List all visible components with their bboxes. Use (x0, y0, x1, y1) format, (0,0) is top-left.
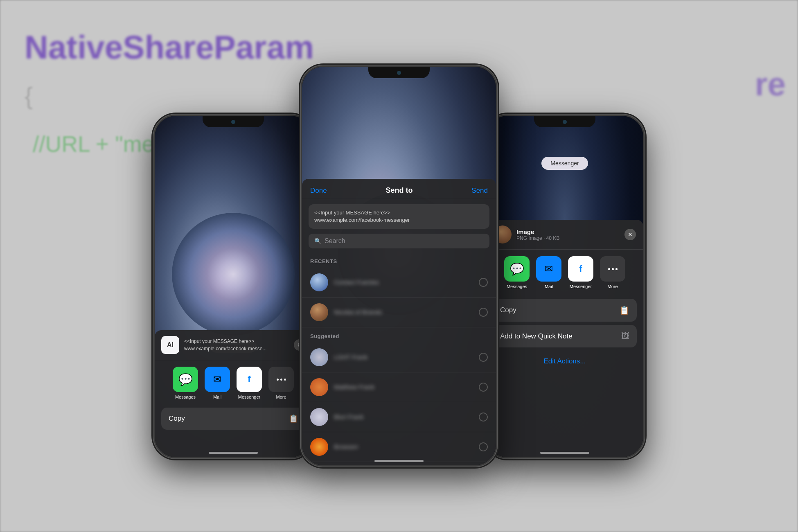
copy-icon-right: 📋 (619, 305, 629, 315)
messenger-icon-left: f (237, 367, 262, 392)
quick-note-action-right[interactable]: Add to New Quick Note 🖼 (493, 325, 637, 347)
dots-right (608, 268, 618, 270)
contact-recent-1[interactable]: Contact Fuentes (302, 268, 496, 298)
image-subtitle-right: PNG Image · 40 KB (516, 235, 559, 241)
app-icon-messenger-left[interactable]: f Messenger (237, 367, 262, 399)
phone-right: Messenger Image PNG Image · 40 KB ✕ (485, 115, 645, 458)
phone-right-screen: Messenger Image PNG Image · 40 KB ✕ (486, 116, 643, 457)
notch-left (203, 116, 264, 127)
app-icons-left: 💬 Messages ✉ Mail f Messenger (155, 360, 312, 406)
contact-name-recent-2: Nicolas el Brando (334, 309, 382, 316)
message-line2-center: www.example.com/facebook-messenger (314, 216, 484, 224)
contact-info-suggested-2: Matthew Frank (334, 383, 479, 391)
contact-suggested-4[interactable]: Browserr (302, 432, 496, 462)
app-icon-mail-left[interactable]: ✉ Mail (205, 367, 230, 399)
messenger-pill-right[interactable]: Messenger (541, 157, 588, 170)
app-icon-messages-right[interactable]: 💬 Messages (504, 256, 530, 289)
contact-info-recent-2: Nicolas el Brando (334, 309, 479, 316)
home-indicator-left (209, 452, 258, 454)
galaxy-spiral-left (172, 213, 295, 336)
dots-left (277, 379, 286, 381)
messenger-label-left: Messenger (238, 394, 260, 399)
contact-suggested-3[interactable]: Bluri Frank (302, 402, 496, 432)
more-icon-right (600, 256, 625, 282)
more-icon-left (268, 367, 294, 392)
contact-recent-2[interactable]: Nicolas el Brando (302, 298, 496, 327)
contact-name-recent-1: Contact Fuentes (334, 279, 379, 286)
messages-icon-right: 💬 (504, 256, 530, 282)
image-title-right: Image (516, 228, 559, 235)
contact-suggested-1[interactable]: LGHT Frank (302, 343, 496, 372)
avatar-recent-2 (310, 303, 328, 321)
ai-logo-left: AI (161, 336, 179, 354)
send-button-center[interactable]: Send (471, 187, 488, 195)
mail-label-right: Mail (545, 284, 553, 289)
image-preview-right: Image PNG Image · 40 KB (494, 225, 559, 243)
messages-label-right: Messages (507, 284, 527, 289)
app-icon-more-right[interactable]: More (600, 256, 625, 289)
search-bar-center[interactable]: 🔍 Search (309, 234, 489, 248)
section-recents: RECENTS (302, 252, 496, 268)
avatar-recent-1 (310, 273, 328, 291)
share-sheet-left: AI <<Input your MESSAGE here>> www.examp… (155, 330, 312, 457)
copy-icon-left: 📋 (289, 414, 298, 423)
messages-label-left: Messages (175, 394, 196, 399)
messages-icon-left: 💬 (173, 367, 198, 392)
app-icon-mail-right[interactable]: ✉ Mail (536, 256, 561, 289)
phone-left: Messenger AI <<Input your MESSAGE here>>… (153, 115, 313, 458)
avatar-suggested-4 (310, 438, 328, 456)
home-indicator-center (374, 460, 424, 462)
contact-name-suggested-2: Matthew Frank (334, 383, 374, 390)
contact-name-suggested-4: Browserr (334, 443, 358, 450)
app-icons-right: 💬 Messages ✉ Mail f Messenger (486, 250, 643, 295)
contact-radio-recent-1[interactable] (479, 278, 488, 287)
message-line1-center: <<Input your MESSAGE here>> (314, 209, 484, 216)
messenger-pill-right-container: Messenger (486, 149, 643, 178)
contact-radio-suggested-2[interactable] (479, 383, 488, 392)
copy-action-left[interactable]: Copy 📋 (161, 408, 305, 430)
more-label-left: More (276, 394, 286, 399)
message-preview-center: <<Input your MESSAGE here>> www.example.… (309, 204, 489, 229)
send-to-title: Send to (327, 186, 472, 195)
contact-radio-suggested-4[interactable] (479, 442, 488, 451)
quick-note-icon-right: 🖼 (621, 331, 629, 341)
avatar-suggested-1 (310, 348, 328, 366)
mail-icon-left: ✉ (205, 367, 230, 392)
notch-center (368, 67, 430, 78)
phone-center: Done Send to Send <<Input your MESSAGE h… (301, 65, 497, 467)
contact-radio-suggested-1[interactable] (479, 353, 488, 362)
copy-label-right: Copy (500, 306, 516, 314)
image-info: Image PNG Image · 40 KB (516, 228, 559, 241)
edit-actions-right[interactable]: Edit Actions... (486, 351, 643, 372)
share-sheet-center: Done Send to Send <<Input your MESSAGE h… (302, 179, 496, 465)
copy-label-left: Copy (169, 415, 185, 423)
app-icon-messages-left[interactable]: 💬 Messages (173, 367, 198, 399)
message-preview-left: AI <<Input your MESSAGE here>> www.examp… (155, 330, 312, 360)
contact-info-suggested-3: Bluri Frank (334, 413, 479, 421)
done-button-center[interactable]: Done (310, 187, 327, 195)
app-icon-messenger-right[interactable]: f Messenger (568, 256, 593, 289)
message-line1-left: <<Input your MESSAGE here>> www.example.… (184, 338, 289, 352)
messenger-label-right: Messenger (570, 284, 592, 289)
contact-info-recent-1: Contact Fuentes (334, 279, 479, 286)
app-icon-more-left[interactable]: More (268, 367, 294, 399)
notch-right (534, 116, 595, 127)
share-sheet-right: Image PNG Image · 40 KB ✕ 💬 Messages ✉ M… (486, 220, 643, 457)
contact-suggested-2[interactable]: Matthew Frank (302, 372, 496, 402)
search-icon-center: 🔍 (314, 238, 321, 244)
edit-actions-label-right: Edit Actions... (544, 357, 586, 365)
search-placeholder-center: Search (325, 237, 345, 245)
section-suggested: Suggested (302, 327, 496, 343)
close-btn-right[interactable]: ✕ (624, 229, 636, 240)
mail-icon-right: ✉ (536, 256, 561, 282)
contact-name-suggested-1: LGHT Frank (334, 354, 367, 361)
contact-name-suggested-3: Bluri Frank (334, 413, 364, 420)
home-indicator-right (540, 452, 589, 454)
copy-action-right[interactable]: Copy 📋 (493, 299, 637, 322)
more-label-right: More (607, 284, 618, 289)
contact-radio-suggested-3[interactable] (479, 413, 488, 422)
contact-info-suggested-1: LGHT Frank (334, 354, 479, 361)
contact-radio-recent-2[interactable] (479, 308, 488, 317)
phone-center-screen: Done Send to Send <<Input your MESSAGE h… (302, 67, 496, 465)
mail-label-left: Mail (213, 394, 221, 399)
